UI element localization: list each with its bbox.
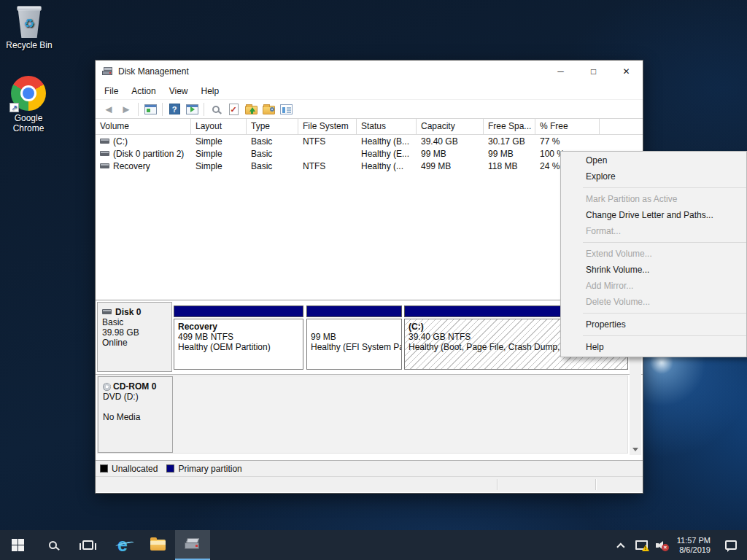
volume-icon	[100, 139, 109, 144]
toolbar: ◄ ► ?	[96, 100, 643, 119]
window-title: Disk Management	[118, 66, 544, 77]
folder-search-icon[interactable]	[260, 102, 276, 117]
clock-time: 11:57 PM	[677, 536, 711, 545]
legend-label-primary: Primary partition	[178, 464, 241, 474]
menu-view[interactable]: View	[163, 86, 195, 96]
taskbar: e × 11:57 PM 8/	[0, 530, 747, 560]
column-header-file-system[interactable]: File System	[298, 119, 357, 134]
context-menu: Open Explore Mark Partition as Active Ch…	[560, 151, 747, 357]
disk-0-state: Online	[102, 338, 169, 348]
desktop-icon-recycle-bin[interactable]: ♻ Recycle Bin	[1, 6, 58, 50]
close-button[interactable]: ✕	[610, 61, 643, 82]
context-menu-separator	[583, 313, 746, 314]
maximize-button[interactable]: □	[577, 61, 610, 82]
column-header-type[interactable]: Type	[247, 119, 298, 134]
start-button[interactable]	[0, 530, 35, 560]
context-menu-separator	[583, 242, 746, 243]
menu-bar: File Action View Help	[96, 82, 643, 100]
action-center-icon	[725, 540, 737, 550]
partition-recovery[interactable]: Recovery 499 MB NTFS Healthy (OEM Partit…	[174, 302, 303, 372]
action-center-button[interactable]	[715, 530, 747, 560]
menu-action[interactable]: Action	[125, 86, 162, 96]
volume-status-button[interactable]: ×	[652, 530, 673, 560]
network-status-button[interactable]	[632, 530, 652, 560]
desktop-icon-label: Google Chrome	[0, 113, 57, 133]
legend-label-unallocated: Unallocated	[112, 464, 158, 474]
toolbar-separator	[162, 103, 163, 116]
properties-list-icon[interactable]	[278, 102, 294, 117]
disk-0-panel[interactable]: Disk 0 Basic 39.98 GB Online	[97, 302, 172, 372]
volume-icon	[100, 163, 109, 168]
back-icon[interactable]: ◄	[101, 102, 117, 117]
context-menu-item-format: Format...	[561, 223, 746, 239]
column-header-status[interactable]: Status	[357, 119, 417, 134]
rescan-disks-icon[interactable]	[208, 102, 224, 117]
context-menu-item-mark-partition-active: Mark Partition as Active	[561, 191, 746, 207]
context-menu-item-extend-volume: Extend Volume...	[561, 246, 746, 262]
internet-explorer-icon: e	[117, 536, 128, 554]
partition-type-bar	[174, 306, 303, 317]
column-header-filler	[600, 119, 643, 134]
help-icon[interactable]: ?	[166, 102, 182, 117]
shortcut-arrow-icon: ↗	[9, 103, 19, 112]
file-explorer-button[interactable]	[140, 530, 175, 560]
context-menu-item-change-drive-letter[interactable]: Change Drive Letter and Paths...	[561, 207, 746, 223]
chevron-up-icon	[616, 542, 624, 551]
new-window-icon[interactable]	[184, 102, 200, 117]
minimize-button[interactable]: ─	[544, 61, 577, 82]
task-view-button[interactable]	[70, 530, 105, 560]
check-document-icon[interactable]	[225, 102, 241, 117]
context-menu-separator	[583, 187, 746, 188]
cd-rom-icon	[103, 383, 111, 391]
task-view-icon	[82, 540, 93, 550]
system-tray: × 11:57 PM 8/6/2019	[613, 530, 747, 560]
context-menu-separator	[583, 335, 746, 336]
context-menu-item-properties[interactable]: Properties	[561, 316, 746, 332]
recycle-symbol-icon: ♻	[15, 16, 43, 31]
titlebar[interactable]: Disk Management ─ □ ✕	[96, 61, 643, 82]
cdrom-status: No Media	[103, 412, 169, 422]
column-header-free-space[interactable]: Free Spa...	[484, 119, 535, 134]
disk-0-size: 39.98 GB	[102, 327, 169, 338]
disk-icon	[102, 309, 112, 314]
taskbar-search-button[interactable]	[35, 530, 70, 560]
desktop-icon-google-chrome[interactable]: ↗ Google Chrome	[0, 76, 57, 133]
clock-date: 8/6/2019	[677, 545, 711, 555]
tray-expand-button[interactable]	[613, 530, 632, 560]
column-header-capacity[interactable]: Capacity	[417, 119, 484, 134]
volume-row-c[interactable]: (C:) Simple Basic NTFS Healthy (B... 39.…	[96, 135, 643, 147]
column-header-pct-free[interactable]: % Free	[535, 119, 600, 134]
context-menu-item-open[interactable]: Open	[561, 152, 746, 168]
disk-management-app-icon	[102, 67, 114, 77]
internet-explorer-button[interactable]: e	[105, 530, 140, 560]
column-header-layout[interactable]: Layout	[191, 119, 247, 134]
network-warning-icon	[635, 540, 648, 550]
context-menu-item-add-mirror: Add Mirror...	[561, 278, 746, 294]
disk-management-taskbar-button[interactable]	[175, 530, 210, 560]
recycle-bin-icon: ♻	[15, 6, 43, 38]
search-icon	[49, 541, 57, 549]
volume-icon	[100, 151, 109, 156]
show-console-tree-icon[interactable]	[142, 102, 158, 117]
clock[interactable]: 11:57 PM 8/6/2019	[673, 530, 715, 560]
desktop: ♻ Recycle Bin ↗ Google Chrome Disk Manag…	[0, 0, 747, 560]
partition-efi[interactable]: 99 MB Healthy (EFI System Pa	[306, 302, 402, 372]
folder-up-icon[interactable]	[243, 102, 259, 117]
disk-0-kind: Basic	[102, 317, 169, 327]
column-header-volume[interactable]: Volume	[96, 119, 191, 134]
context-menu-item-explore[interactable]: Explore	[561, 168, 746, 184]
primary-partition-swatch	[166, 464, 174, 472]
status-bar	[96, 476, 643, 492]
scroll-down-icon[interactable]	[630, 443, 641, 455]
volume-muted-icon: ×	[656, 540, 669, 551]
menu-help[interactable]: Help	[195, 86, 226, 96]
context-menu-item-shrink-volume[interactable]: Shrink Volume...	[561, 262, 746, 278]
cdrom-panel[interactable]: CD-ROM 0 DVD (D:) No Media	[98, 376, 173, 453]
cdrom-row: CD-ROM 0 DVD (D:) No Media	[97, 376, 628, 454]
context-menu-item-help[interactable]: Help	[561, 339, 746, 355]
chrome-icon: ↗	[11, 76, 46, 111]
menu-file[interactable]: File	[98, 86, 125, 96]
forward-icon[interactable]: ►	[118, 102, 134, 117]
file-explorer-icon	[150, 540, 166, 551]
partition-type-bar	[306, 306, 402, 317]
